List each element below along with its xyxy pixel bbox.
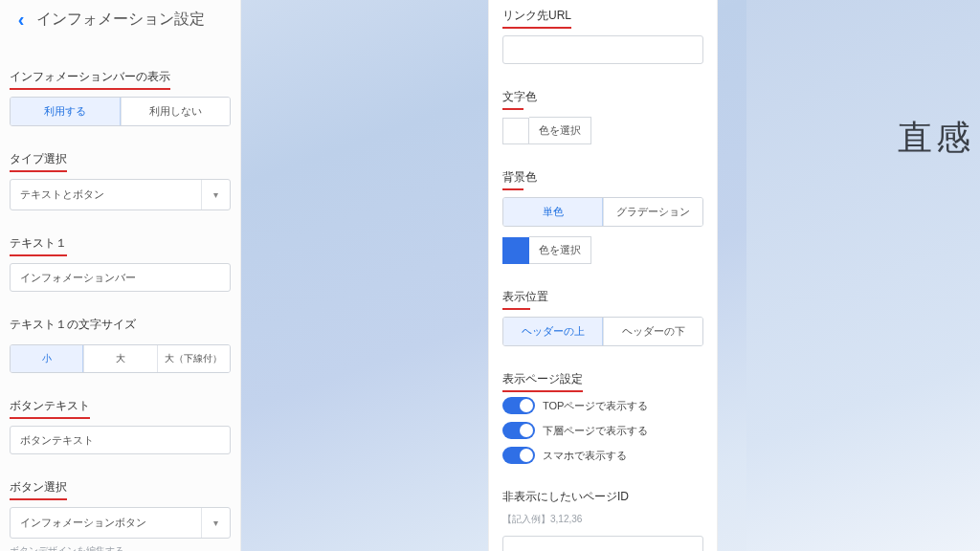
back-chevron-icon[interactable]: ‹: [10, 8, 33, 31]
position-below-button[interactable]: ヘッダーの下: [603, 318, 702, 345]
type-selected-value: テキストとボタン: [11, 180, 201, 209]
toggle-row-top: TOPページで表示する: [502, 397, 703, 414]
size-large-button[interactable]: 大: [83, 345, 156, 372]
panel-header: ‹ インフォメーション設定: [8, 0, 233, 38]
label-bgcolor: 背景色: [502, 169, 537, 187]
toggle-row-sub: 下層ページで表示する: [502, 422, 703, 439]
display-on-button[interactable]: 利用する: [11, 98, 121, 125]
section-textcolor: 文字色 色を選択: [502, 89, 703, 144]
textcolor-swatch[interactable]: [502, 118, 529, 144]
btntext-input[interactable]: [10, 426, 231, 454]
position-above-button[interactable]: ヘッダーの上: [503, 318, 603, 345]
preview-hero-text: 直感: [898, 115, 974, 162]
linkurl-input[interactable]: [502, 35, 703, 64]
display-off-button[interactable]: 利用しない: [121, 98, 231, 125]
textcolor-pick-button[interactable]: 色を選択: [529, 117, 591, 144]
label-btntext: ボタンテキスト: [10, 398, 90, 416]
toggle-sub-label: 下層ページで表示する: [543, 424, 648, 438]
section-pagesettings: 表示ページ設定 TOPページで表示する 下層ページで表示する スマホで表示する: [502, 371, 703, 464]
section-linkurl: リンク先URL: [502, 8, 703, 64]
type-select[interactable]: テキストとボタン ▾: [10, 179, 231, 210]
chevron-down-icon: ▾: [201, 508, 230, 538]
textcolor-row: 色を選択: [502, 117, 703, 144]
toggle-sp[interactable]: [502, 447, 535, 464]
label-type: タイプ選択: [10, 151, 67, 169]
bgcolor-pick-button[interactable]: 色を選択: [529, 236, 591, 264]
toggle-top-label: TOPページで表示する: [543, 399, 648, 413]
bgcolor-row: 色を選択: [502, 236, 703, 264]
segmented-bgcolor: 単色 グラデーション: [502, 197, 703, 227]
label-pagesettings: 表示ページ設定: [502, 371, 583, 389]
section-text1: テキスト１: [8, 235, 233, 292]
hidepages-input[interactable]: [502, 536, 703, 551]
section-display: インフォメーションバーの表示 利用する 利用しない: [8, 69, 233, 126]
size-small-button[interactable]: 小: [11, 345, 83, 372]
button-select[interactable]: インフォメーションボタン ▾: [10, 507, 231, 539]
toggle-sp-label: スマホで表示する: [543, 449, 627, 463]
label-text1-size: テキスト１の文字サイズ: [10, 317, 136, 335]
size-large-underline-button[interactable]: 大（下線付）: [157, 345, 230, 372]
section-bgcolor: 背景色 単色 グラデーション 色を選択: [502, 169, 703, 264]
label-btnselect: ボタン選択: [10, 479, 67, 497]
section-btnselect: ボタン選択 インフォメーションボタン ▾ ボタンデザインを編集する: [8, 479, 233, 551]
toggle-top[interactable]: [502, 397, 535, 414]
text1-input[interactable]: [10, 263, 231, 292]
label-position: 表示位置: [502, 289, 548, 307]
label-hidepages: 非表示にしたいページID: [502, 489, 629, 507]
toggle-sub[interactable]: [502, 422, 535, 439]
chevron-down-icon: ▾: [201, 180, 230, 209]
section-hidepages: 非表示にしたいページID 【記入例】3,12,36: [502, 489, 703, 551]
segmented-display: 利用する 利用しない: [10, 97, 231, 126]
segmented-text1-size: 小 大 大（下線付）: [10, 344, 231, 373]
section-btntext: ボタンテキスト: [8, 398, 233, 454]
bgcolor-gradient-button[interactable]: グラデーション: [603, 198, 702, 226]
preview-pane: 直感: [746, 0, 980, 551]
label-textcolor: 文字色: [502, 89, 537, 107]
panel-title: インフォメーション設定: [36, 10, 205, 30]
toggle-row-sp: スマホで表示する: [502, 447, 703, 464]
label-text1: テキスト１: [10, 235, 67, 253]
settings-panel-middle: リンク先URL 文字色 色を選択 背景色 単色 グラデーション 色を選択 表示位…: [488, 0, 718, 551]
bgcolor-swatch[interactable]: [502, 237, 529, 264]
label-display: インフォメーションバーの表示: [10, 69, 170, 87]
hidepages-example: 【記入例】3,12,36: [502, 513, 703, 526]
button-selected-value: インフォメーションボタン: [11, 508, 201, 538]
section-text1-size: テキスト１の文字サイズ 小 大 大（下線付）: [8, 317, 233, 373]
edit-button-design-link[interactable]: ボタンデザインを編集する: [10, 544, 231, 551]
bgcolor-solid-button[interactable]: 単色: [503, 198, 603, 226]
section-type: タイプ選択 テキストとボタン ▾: [8, 151, 233, 210]
label-linkurl: リンク先URL: [502, 8, 571, 26]
section-position: 表示位置 ヘッダーの上 ヘッダーの下: [502, 289, 703, 346]
settings-panel-left: ‹ インフォメーション設定 インフォメーションバーの表示 利用する 利用しない …: [0, 0, 241, 551]
segmented-position: ヘッダーの上 ヘッダーの下: [502, 317, 703, 346]
